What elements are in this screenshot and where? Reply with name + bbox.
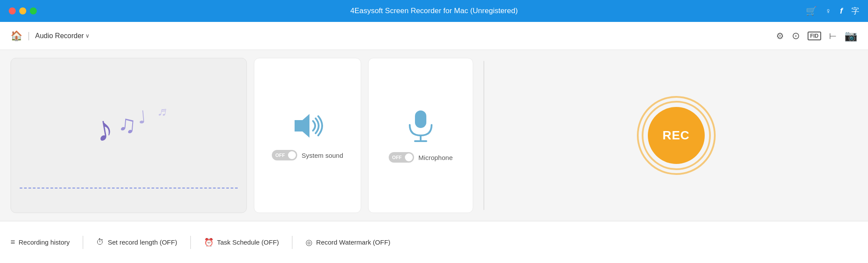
- set-record-length-item[interactable]: ⏱ Set record length (OFF): [96, 238, 177, 247]
- toggle-knob: [288, 151, 296, 159]
- microphone-toggle-row: OFF Microphone: [389, 152, 453, 163]
- toggle-knob-mic: [405, 153, 413, 161]
- rec-middle-ring: REC: [642, 101, 711, 170]
- waveform-panel: ♪ ♫ ♩ ♬: [11, 58, 247, 213]
- system-sound-toggle-label: OFF: [275, 153, 285, 158]
- music-notes-display: ♪ ♫ ♩ ♬: [95, 109, 162, 162]
- user-icon[interactable]: ♀: [826, 7, 832, 16]
- microphone-label: Microphone: [418, 154, 453, 161]
- rec-outer-ring: REC: [637, 96, 716, 175]
- svg-marker-0: [295, 114, 309, 138]
- bottom-sep-1: [83, 236, 83, 249]
- mic-display: [405, 108, 436, 143]
- watermark-icon: ◎: [306, 238, 313, 247]
- title-bar: 4Easysoft Screen Recorder for Mac (Unreg…: [0, 0, 868, 22]
- screenshot-icon[interactable]: 📷: [844, 30, 857, 42]
- record-watermark-item[interactable]: ◎ Record Watermark (OFF): [306, 238, 390, 247]
- toolbar: 🏠 | Audio Recorder ∨ ⚙ ⊙ FID ⊢ 📷: [0, 22, 868, 50]
- facebook-icon[interactable]: f: [840, 7, 843, 16]
- rec-area: REC: [495, 58, 857, 213]
- microphone-toggle-label: OFF: [392, 155, 402, 160]
- note-3: ♩: [137, 107, 147, 127]
- task-schedule-label: Task Schedule (OFF): [217, 238, 279, 246]
- pointer-icon[interactable]: ⊙: [792, 30, 800, 42]
- note-1: ♪: [92, 107, 116, 150]
- title-bar-actions: 🛒 ♀ f 字: [806, 6, 860, 16]
- clock-icon: ⏱: [96, 238, 104, 247]
- system-sound-toggle-row: OFF System sound: [272, 150, 343, 160]
- bottom-sep-3: [292, 236, 292, 249]
- rec-button[interactable]: REC: [648, 107, 705, 164]
- speaker-icon: [290, 110, 325, 141]
- recording-history-label: Recording history: [19, 238, 70, 246]
- close-button[interactable]: [9, 7, 16, 14]
- home-icon[interactable]: 🏠: [11, 30, 22, 42]
- recorder-label: Audio Recorder: [35, 32, 84, 40]
- task-schedule-item[interactable]: ⏰ Task Schedule (OFF): [204, 238, 279, 247]
- fid-button[interactable]: FID: [808, 32, 821, 40]
- dropdown-arrow: ∨: [85, 32, 90, 39]
- bottom-sep-2: [190, 236, 191, 249]
- app-title: 4Easysoft Screen Recorder for Mac (Unreg…: [350, 7, 518, 15]
- bottom-bar: ≡ Recording history ⏱ Set record length …: [0, 221, 868, 263]
- recorder-selector[interactable]: Audio Recorder ∨: [35, 32, 90, 40]
- waveform-area: ♪ ♫ ♩ ♬: [11, 58, 246, 213]
- set-record-length-label: Set record length (OFF): [108, 238, 177, 246]
- kanji-icon[interactable]: 字: [851, 6, 859, 16]
- hamburger-icon: ≡: [11, 238, 15, 247]
- cart-icon[interactable]: 🛒: [806, 6, 817, 16]
- maximize-button[interactable]: [30, 7, 37, 14]
- note-4: ♬: [156, 103, 169, 119]
- main-content: ♪ ♫ ♩ ♬ OFF System sound: [0, 50, 868, 221]
- note-2: ♫: [117, 109, 137, 139]
- settings-icon[interactable]: ⚙: [776, 31, 784, 41]
- vertical-divider: [484, 61, 484, 210]
- microphone-toggle[interactable]: OFF: [389, 152, 414, 163]
- exit-icon[interactable]: ⊢: [829, 31, 836, 41]
- record-watermark-label: Record Watermark (OFF): [316, 238, 390, 246]
- microphone-panel: OFF Microphone: [368, 58, 473, 213]
- minimize-button[interactable]: [19, 7, 26, 14]
- waveform-baseline: [20, 188, 238, 188]
- system-sound-label: System sound: [302, 152, 343, 159]
- system-sound-panel: OFF System sound: [254, 58, 361, 213]
- recording-history-item[interactable]: ≡ Recording history: [11, 238, 70, 247]
- speaker-display: [290, 110, 325, 141]
- toolbar-right: ⚙ ⊙ FID ⊢ 📷: [776, 30, 857, 42]
- system-sound-toggle[interactable]: OFF: [272, 150, 297, 160]
- schedule-icon: ⏰: [204, 238, 214, 247]
- microphone-icon: [405, 108, 436, 143]
- window-controls: [9, 7, 37, 14]
- toolbar-left: 🏠 | Audio Recorder ∨: [11, 30, 90, 42]
- svg-rect-1: [415, 110, 426, 128]
- toolbar-separator: |: [28, 31, 30, 41]
